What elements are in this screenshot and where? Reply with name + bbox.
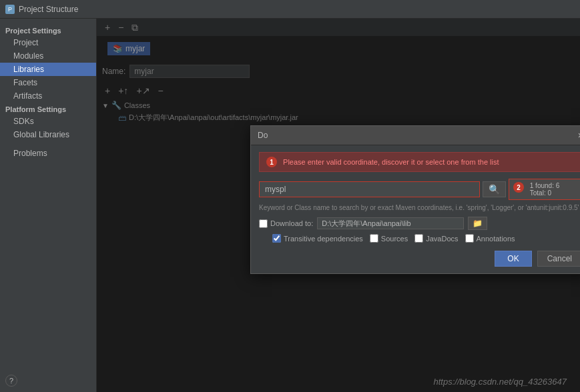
download-path-input[interactable] (317, 217, 464, 229)
download-checkbox-label[interactable]: Download to: (259, 219, 313, 228)
project-settings-label: Project Settings (0, 24, 96, 36)
title-bar-title: Project Structure (19, 5, 78, 14)
download-row: Download to: 📁 (259, 217, 580, 230)
sidebar-item-modules[interactable]: Modules (0, 49, 96, 63)
annotations-text: Annotations (477, 235, 515, 243)
content-area: + − ⧉ 📚 myjar Name: + +↑ +↗ − ▼ (97, 19, 580, 392)
sidebar-item-libraries[interactable]: Libraries (0, 63, 96, 76)
sidebar-item-sdks[interactable]: SDKs (0, 115, 96, 128)
sidebar-item-project[interactable]: Project (0, 36, 96, 49)
folder-browse-btn[interactable]: 📁 (468, 217, 487, 230)
action-row: OK Cancel (259, 251, 580, 267)
error-banner: 1 Please enter valid coordinate, discove… (259, 152, 580, 172)
sidebar-item-facets[interactable]: Facets (0, 76, 96, 89)
download-label: Download to: (270, 219, 313, 227)
transitive-deps-text: Transitive dependencies (284, 235, 363, 243)
help-button[interactable]: ? (5, 375, 17, 387)
annotations-checkbox[interactable] (465, 234, 474, 243)
transitive-deps-label[interactable]: Transitive dependencies (272, 234, 363, 243)
annotations-label[interactable]: Annotations (465, 234, 515, 243)
cancel-button[interactable]: Cancel (537, 251, 580, 267)
modal-dialog: Do × 1 Please enter valid coordinate, di… (250, 125, 580, 274)
error-text: Please enter valid coordinate, discover … (283, 158, 499, 166)
results-line2: Total: 0 (530, 189, 559, 197)
modal-body: 1 Please enter valid coordinate, discove… (251, 145, 580, 273)
results-line1: 1 found: 6 (530, 182, 559, 189)
platform-settings-label: Platform Settings (0, 103, 96, 115)
transitive-deps-checkbox[interactable] (272, 234, 281, 243)
download-checkbox[interactable] (259, 219, 268, 228)
modal-header: Do × (251, 126, 580, 145)
search-row: 🔍 2 1 found: 6 Total: 0 (259, 179, 580, 200)
javadocs-label[interactable]: JavaDocs (414, 234, 458, 243)
hint-text: Keyword or Class name to search by or ex… (259, 204, 580, 211)
options-row: Transitive dependencies Sources JavaDocs… (259, 234, 580, 243)
search-button[interactable]: 🔍 (483, 181, 506, 197)
sidebar-item-global-libraries[interactable]: Global Libraries (0, 128, 96, 141)
modal-title: Do (258, 131, 268, 140)
sources-label[interactable]: Sources (370, 234, 408, 243)
error-number-badge: 1 (266, 157, 277, 167)
title-bar-icon: P (5, 5, 15, 14)
search-input[interactable] (259, 181, 480, 197)
result-number-badge: 2 (513, 182, 524, 193)
sidebar-item-artifacts[interactable]: Artifacts (0, 89, 96, 103)
sources-text: Sources (381, 235, 408, 243)
main-layout: Project Settings Project Modules Librari… (0, 19, 580, 392)
results-panel: 2 1 found: 6 Total: 0 (509, 179, 580, 200)
sidebar: Project Settings Project Modules Librari… (0, 19, 97, 392)
ok-button[interactable]: OK (495, 251, 531, 267)
javadocs-text: JavaDocs (426, 235, 458, 243)
javadocs-checkbox[interactable] (414, 234, 423, 243)
sources-checkbox[interactable] (370, 234, 378, 243)
sidebar-item-problems[interactable]: Problems (0, 147, 96, 160)
title-bar: P Project Structure (0, 0, 580, 19)
